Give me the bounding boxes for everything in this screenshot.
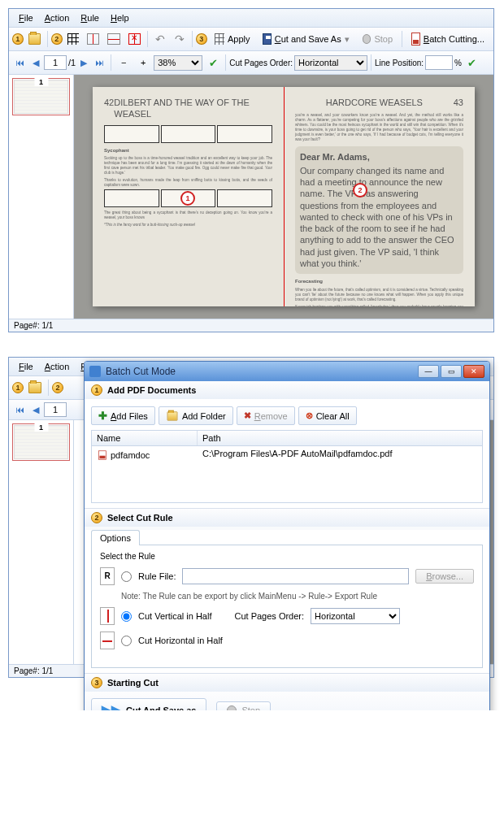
plus-icon: ✚ xyxy=(98,410,107,422)
split-v-icon xyxy=(87,33,99,45)
batch-button[interactable]: Batch Cutting... xyxy=(406,30,490,48)
main-window-2: File Action Ru 1 2 h Cutting... ⏮ ◀ 1 Pa… xyxy=(8,357,494,678)
folder-icon xyxy=(167,411,177,420)
close-button[interactable]: ✕ xyxy=(463,365,484,378)
rule-note: Note: The Rule can be export by click Ma… xyxy=(121,592,474,601)
col-path[interactable]: Path xyxy=(198,431,482,445)
main-window-1: FFileile Action Rule Help 1 2 ↶ ↷ 3 Appl… xyxy=(8,8,494,332)
pct-label: % xyxy=(454,59,462,67)
redo-icon: ↷ xyxy=(175,33,185,46)
minimize-button[interactable]: — xyxy=(418,365,439,378)
folder-icon xyxy=(28,33,41,45)
step-badge-3: 3 xyxy=(196,33,207,45)
open-button-2[interactable] xyxy=(25,379,45,397)
linepos-input[interactable] xyxy=(425,55,453,70)
save-icon xyxy=(263,33,271,45)
apply-icon xyxy=(215,33,224,45)
thumbnail-1-b[interactable]: 1 xyxy=(12,423,70,461)
grid-button[interactable] xyxy=(64,30,82,48)
dialog-title: Batch Cut Mode xyxy=(89,366,176,377)
tab-options[interactable]: Options xyxy=(91,530,140,545)
right-page: Hardcore Weasels43 you're a weasel, and … xyxy=(284,87,475,306)
toolbar-nav: ⏮ ◀ /1 ▶ ⏭ − + 38% ✔ Cut Pages Order: Ho… xyxy=(9,51,493,75)
zoom-select[interactable]: 38% xyxy=(154,55,202,71)
apply-button[interactable]: Apply xyxy=(209,30,256,48)
thumbnail-panel: 1 xyxy=(9,75,74,319)
toolbar-main: 1 2 ↶ ↷ 3 Apply Cut and Save As▾ Stop Ba… xyxy=(9,28,493,51)
add-files-button[interactable]: ✚Add Files xyxy=(91,406,155,425)
split-v-button[interactable] xyxy=(84,30,102,48)
batch-cut-dialog: Batch Cut Mode — ▭ ✕ 1 Add PDF Documents… xyxy=(84,361,490,710)
maximize-button[interactable]: ▭ xyxy=(441,365,462,378)
cut-save-button[interactable]: Cut and Save As▾ xyxy=(257,30,354,48)
browse-button[interactable]: Browse... xyxy=(415,569,474,584)
section-starting-cut: 3 Starting Cut xyxy=(85,674,489,692)
play-icon: ▶▶ xyxy=(102,702,121,710)
radio-rule-file[interactable] xyxy=(121,571,132,582)
menu-rule[interactable]: Rule xyxy=(76,11,104,24)
nav-prev[interactable]: ◀ xyxy=(29,58,42,68)
marker-2: 2 xyxy=(353,183,367,197)
table-row[interactable]: pdfamdoc C:\Program Files\A-PDF AutoMail… xyxy=(92,446,482,464)
split-x-icon xyxy=(128,33,141,45)
order-select[interactable]: Horizontal xyxy=(294,55,367,71)
stop-button-dlg[interactable]: Stop xyxy=(216,701,271,711)
menu-file-2[interactable]: File xyxy=(14,360,38,373)
undo-icon: ↶ xyxy=(155,33,165,46)
menu-action-2[interactable]: Action xyxy=(40,360,75,373)
dialog-toolbar: ✚Add Files Add Folder ✖Remove ⊗Clear All xyxy=(91,404,483,430)
preview-canvas[interactable]: 1 2 42DILBERT AND THE WAY OF THE WEASEL … xyxy=(74,75,493,319)
select-rule-label: Select the Rule xyxy=(100,552,474,561)
menubar: FFileile Action Rule Help xyxy=(9,9,493,28)
split-h-button[interactable] xyxy=(104,30,123,48)
zoom-out[interactable]: − xyxy=(115,54,133,72)
zoom-apply[interactable]: ✔ xyxy=(204,54,222,72)
step-badge-1: 1 xyxy=(12,33,24,45)
dropdown-icon: ▾ xyxy=(345,34,350,45)
page-total: /1 xyxy=(68,58,76,67)
dialog-titlebar[interactable]: Batch Cut Mode — ▭ ✕ xyxy=(85,362,489,381)
undo-button[interactable]: ↶ xyxy=(151,30,169,48)
nav-first[interactable]: ⏮ xyxy=(12,58,28,67)
section-add-docs: 1 Add PDF Documents xyxy=(85,381,489,399)
add-folder-button[interactable]: Add Folder xyxy=(159,406,233,425)
menu-action[interactable]: Action xyxy=(40,11,75,24)
stop-icon xyxy=(363,34,371,44)
thumbnail-1[interactable]: 1 xyxy=(12,78,70,115)
remove-icon: ✖ xyxy=(244,410,251,421)
open-button[interactable] xyxy=(25,30,44,48)
rule-file-icon: R xyxy=(100,567,115,585)
section-select-rule: 2 Select Cut Rule xyxy=(85,509,489,527)
stop-icon xyxy=(227,705,237,711)
grid-icon xyxy=(67,33,79,45)
linepos-label: Line Position: xyxy=(375,59,424,67)
linepos-apply[interactable]: ✔ xyxy=(463,54,481,72)
nav-next[interactable]: ▶ xyxy=(77,58,90,68)
cut-order-select[interactable]: Horizontal xyxy=(311,608,400,624)
clear-icon: ⊗ xyxy=(306,410,313,421)
remove-button[interactable]: ✖Remove xyxy=(237,406,295,425)
pdf-icon xyxy=(411,33,420,46)
clear-all-button[interactable]: ⊗Clear All xyxy=(298,406,357,425)
order-label: Cut Pages Order: xyxy=(229,59,293,67)
content-area: 1 1 2 42DILBERT AND THE WAY OF THE WEASE… xyxy=(9,75,493,319)
page-number-input[interactable] xyxy=(44,55,67,70)
book-preview: 1 2 42DILBERT AND THE WAY OF THE WEASEL … xyxy=(93,87,475,306)
nav-last[interactable]: ⏭ xyxy=(92,58,107,67)
cut-and-save-button[interactable]: ▶▶Cut And Save as xyxy=(91,698,206,710)
split-h-icon xyxy=(107,33,119,45)
step-badge-2: 2 xyxy=(51,33,63,45)
pdf-icon xyxy=(98,450,106,459)
redo-button[interactable]: ↷ xyxy=(171,30,189,48)
status-bar: Page#: 1/1 xyxy=(9,319,493,332)
menu-file[interactable]: FFileile xyxy=(14,11,38,24)
cut-horizontal-icon xyxy=(100,632,115,649)
rule-file-input[interactable] xyxy=(182,568,409,584)
stop-button[interactable]: Stop xyxy=(357,30,398,48)
split-clear-button[interactable] xyxy=(125,30,144,48)
zoom-in[interactable]: + xyxy=(134,54,152,72)
radio-cut-horizontal[interactable] xyxy=(121,636,132,646)
col-name[interactable]: Name xyxy=(92,431,198,445)
menu-help[interactable]: Help xyxy=(106,11,134,24)
radio-cut-vertical[interactable] xyxy=(121,611,132,622)
